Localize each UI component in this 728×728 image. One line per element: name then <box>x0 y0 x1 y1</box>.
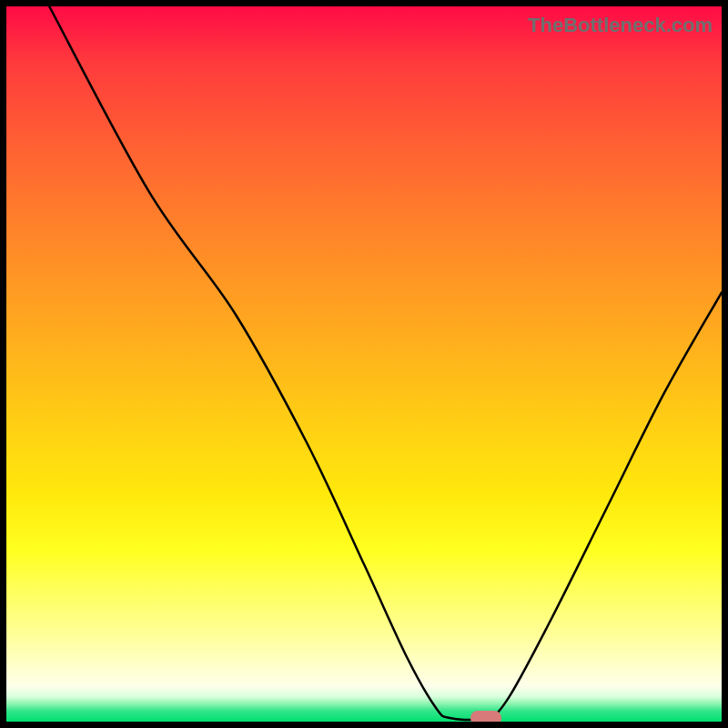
bottleneck-chart: TheBottleneck.com <box>0 0 728 728</box>
plot-area: TheBottleneck.com <box>6 6 722 722</box>
minimum-marker <box>470 711 501 722</box>
bottleneck-curve-path <box>49 6 722 720</box>
watermark-text: TheBottleneck.com <box>528 14 713 37</box>
curve-layer <box>6 6 722 722</box>
